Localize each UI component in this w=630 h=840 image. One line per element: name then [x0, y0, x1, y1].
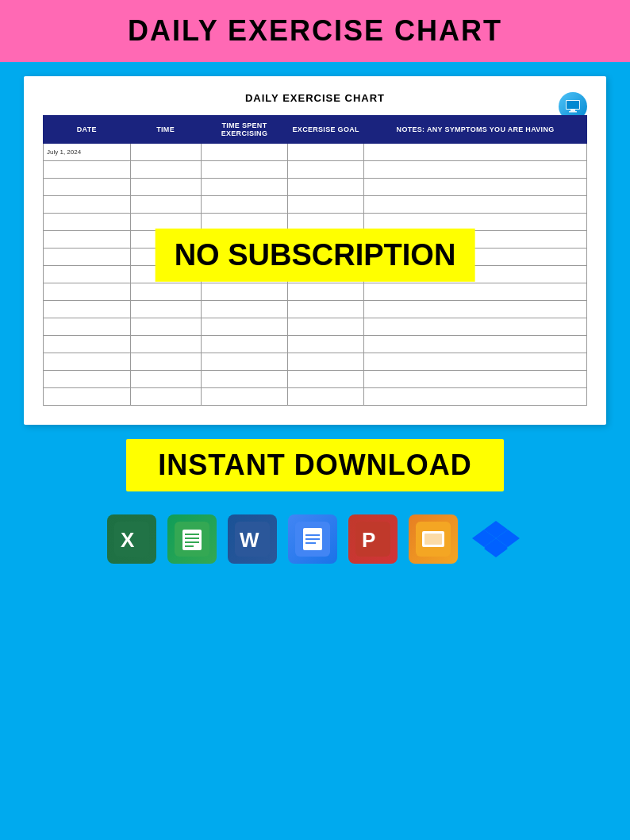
table-row: July 1, 2024 [44, 144, 587, 161]
table-row [44, 371, 587, 388]
svg-rect-23 [424, 534, 442, 545]
table-row [44, 318, 587, 336]
google-sheets-icon[interactable] [167, 514, 217, 564]
google-docs-icon[interactable] [288, 514, 337, 564]
top-banner: DAILY EXERCISE CHART [0, 0, 630, 62]
instant-download-banner[interactable]: INSTANT DOWNLOAD [126, 439, 503, 491]
svg-rect-11 [185, 545, 194, 547]
table-row [44, 161, 587, 179]
dropbox-icon[interactable] [469, 512, 523, 566]
app-icons-row: X W P [0, 504, 630, 577]
svg-rect-16 [305, 534, 320, 536]
svg-rect-7 [182, 530, 202, 550]
notes-cell [364, 144, 587, 161]
no-subscription-banner: NO SUBSCRIPTION [156, 229, 475, 282]
instant-download-section[interactable]: INSTANT DOWNLOAD [24, 439, 606, 491]
document-title: DAILY EXERCISE CHART [245, 92, 385, 104]
table-row [44, 301, 587, 318]
dropbox-svg [471, 514, 521, 564]
document-card: DAILY EXERCISE CHART AllBusinessTemplate… [24, 76, 606, 425]
excel-icon[interactable]: X [107, 514, 156, 564]
svg-rect-10 [185, 541, 199, 543]
docs-svg [295, 522, 330, 557]
word-svg: W [235, 522, 270, 557]
google-slides-icon[interactable] [409, 514, 458, 564]
document-header: DAILY EXERCISE CHART AllBusinessTemplate… [43, 92, 587, 104]
time-cell [130, 144, 201, 161]
header-time-spent: TIME SPENT EXERCISING [201, 116, 288, 144]
svg-rect-3 [567, 101, 579, 109]
table-row [44, 353, 587, 371]
table-row [44, 283, 587, 301]
monitor-icon [564, 98, 582, 115]
excel-svg: X [114, 522, 149, 557]
goal-cell [288, 144, 364, 161]
slides-svg [416, 522, 451, 557]
svg-text:W: W [240, 528, 259, 552]
date-cell: July 1, 2024 [44, 144, 131, 161]
svg-rect-18 [305, 542, 316, 544]
svg-rect-8 [185, 534, 199, 535]
header-date: DATE [44, 116, 131, 144]
ppt-svg: P [355, 522, 390, 557]
svg-rect-1 [570, 110, 575, 111]
header-notes: NOTES: ANY SYMPTOMS YOU ARE HAVING [364, 116, 587, 144]
table-row [44, 336, 587, 353]
instant-download-label: INSTANT DOWNLOAD [158, 449, 471, 481]
table-row [44, 196, 587, 214]
powerpoint-icon[interactable]: P [348, 514, 398, 564]
svg-rect-17 [305, 538, 320, 540]
table-row [44, 388, 587, 406]
no-subscription-text: NO SUBSCRIPTION [175, 238, 456, 272]
table-row [44, 179, 587, 196]
time-spent-cell [201, 144, 288, 161]
svg-rect-2 [569, 111, 577, 113]
word-icon[interactable]: W [228, 514, 277, 564]
svg-rect-9 [185, 538, 199, 539]
page-title: DAILY EXERCISE CHART [0, 14, 630, 48]
table-wrapper: DATE TIME TIME SPENT EXERCISING EXCERSIS… [43, 115, 587, 406]
svg-text:X: X [121, 528, 135, 552]
header-time: TIME [130, 116, 201, 144]
sheets-svg [175, 522, 209, 557]
svg-text:P: P [362, 528, 375, 552]
header-goal: EXCERSISE GOAL [288, 116, 364, 144]
